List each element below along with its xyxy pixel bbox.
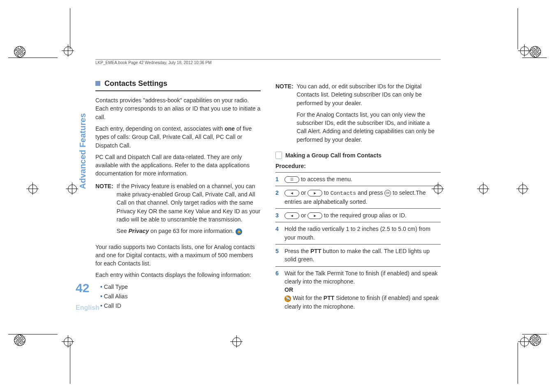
note-block: NOTE: You can add, or edit subscriber ID…: [275, 82, 441, 147]
step: 3 ◄ or ► to the required group alias or …: [275, 209, 441, 222]
note-body: You can add, or edit subscriber IDs for …: [297, 82, 441, 147]
menu-item-contacts: Contacts: [331, 190, 356, 196]
step-body: ☰ to access the menu.: [284, 175, 441, 183]
section-tab: Advanced Features: [78, 113, 88, 189]
left-button-icon: ◄: [284, 190, 299, 196]
crop-line: [70, 343, 70, 384]
crop-line: [518, 343, 518, 384]
registration-mark: [66, 182, 78, 195]
step-body: ◄ or ► to Contacts and press OK to selec…: [284, 189, 441, 206]
note-body: If the Privacy feature is enabled on a c…: [117, 182, 261, 239]
list-item: Call Alias: [100, 292, 261, 300]
crop-line: [522, 334, 547, 334]
registration-mark: [477, 182, 489, 195]
note-text: If the Privacy feature is enabled on a c…: [117, 182, 261, 224]
crop-line: [70, 8, 70, 49]
privacy-link[interactable]: Privacy: [128, 228, 149, 234]
registration-mark: [516, 182, 529, 195]
step-number: 6: [275, 269, 280, 311]
menu-button-icon: ☰: [284, 176, 299, 183]
page-icon: [275, 152, 282, 159]
step: 5 Press the PTT button to make the call.…: [275, 244, 441, 267]
step-body: ◄ or ► to the required group alias or ID…: [284, 211, 441, 219]
content-area: Contacts Settings Contacts provides "add…: [95, 78, 441, 313]
list-item: Call ID: [100, 302, 261, 310]
note-label: NOTE:: [275, 82, 294, 147]
note-text: You can add, or edit subscriber IDs for …: [297, 82, 441, 107]
print-mark-sunburst: [14, 46, 25, 58]
step: 2 ◄ or ► to Contacts and press OK to sel…: [275, 186, 441, 209]
list-item: Call Type: [100, 283, 261, 291]
step-number: 1: [275, 175, 280, 183]
registration-mark: [26, 182, 39, 195]
registration-mark: [518, 44, 530, 57]
print-mark-sunburst: [14, 334, 25, 346]
subsection-heading-row: Making a Group Call from Contacts: [275, 151, 441, 159]
header-text: LKP_EMEA.book Page 42 Wednesday, July 18…: [95, 60, 212, 65]
left-button-icon: ◄: [284, 212, 299, 219]
registration-mark: [62, 44, 74, 57]
right-button-icon: ►: [308, 190, 322, 196]
paragraph: Your radio supports two Contacts lists, …: [95, 243, 261, 268]
or-label: OR: [284, 286, 293, 293]
lock-icon: 🔒: [236, 228, 242, 235]
crop-line: [8, 334, 58, 334]
procedure-label: Procedure:: [275, 162, 441, 170]
paragraph: Contacts provides "address-book" capabil…: [95, 96, 261, 121]
note-text: See Privacy on page 63 for more informat…: [117, 227, 261, 235]
subsection-heading: Making a Group Call from Contacts: [285, 151, 382, 159]
procedure-steps: 1 ☰ to access the menu. 2 ◄ or ► to Cont…: [275, 172, 441, 313]
registration-mark: [62, 335, 74, 348]
page-header: LKP_EMEA.book Page 42 Wednesday, July 18…: [95, 59, 441, 65]
note-block: NOTE: If the Privacy feature is enabled …: [95, 182, 261, 239]
section-title: Contacts Settings: [104, 78, 167, 89]
print-mark-sunburst: [530, 334, 541, 346]
step-body: Wait for the Talk Permit Tone to finish …: [284, 269, 441, 311]
registration-mark: [230, 335, 243, 348]
ok-button-icon: OK: [384, 190, 391, 196]
paragraph: PC Call and Dispatch Call are data-relat…: [95, 153, 261, 178]
right-button-icon: ►: [308, 212, 322, 219]
step: 6 Wait for the Talk Permit Tone to finis…: [275, 267, 441, 313]
step: 1 ☰ to access the menu.: [275, 172, 441, 186]
note-text: For the Analog Contacts list, you can on…: [297, 111, 441, 144]
bullet-list: Call Type Call Alias Call ID: [95, 283, 261, 310]
step-number: 3: [275, 211, 280, 219]
page-number: 42: [76, 281, 89, 295]
registration-mark: [518, 335, 530, 348]
step-number: 4: [275, 225, 280, 242]
step-number: 2: [275, 189, 280, 206]
step: 4 Hold the radio vertically 1 to 2 inche…: [275, 222, 441, 244]
section-rule: [95, 90, 261, 91]
crop-line: [8, 58, 58, 58]
antenna-icon: 📡: [284, 295, 291, 302]
crop-line: [518, 8, 518, 49]
section-title-row: Contacts Settings: [95, 78, 261, 89]
paragraph: Each entry within Contacts displays the …: [95, 271, 261, 279]
print-mark-sunburst: [530, 46, 541, 58]
left-column: Contacts Settings Contacts provides "add…: [95, 78, 261, 313]
crop-line: [522, 58, 547, 58]
paragraph: Each entry, depending on context, associ…: [95, 125, 261, 150]
note-label: NOTE:: [95, 182, 113, 239]
step-number: 5: [275, 247, 280, 264]
step-body: Hold the radio vertically 1 to 2 inches …: [284, 225, 441, 242]
right-column: NOTE: You can add, or edit subscriber ID…: [275, 78, 441, 313]
section-marker-icon: [95, 81, 100, 86]
step-body: Press the PTT button to make the call. T…: [284, 247, 441, 264]
